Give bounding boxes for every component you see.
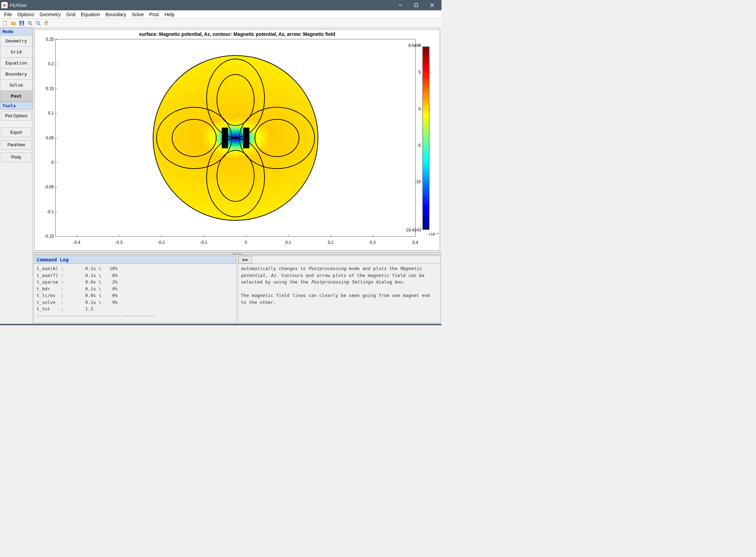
new-file-icon[interactable] — [1, 19, 9, 27]
menu-help[interactable]: Help — [162, 11, 177, 18]
x-tick-label: -0.3 — [115, 240, 122, 245]
open-file-icon[interactable] — [10, 19, 17, 27]
x-tick-label: 0 — [245, 240, 247, 245]
menu-bar: File Options Geometry Grid Equation Boun… — [0, 10, 441, 19]
colorbar-tick: 0 — [418, 107, 423, 111]
y-tick-label: -0.1 — [38, 209, 54, 214]
y-tick-label: 0.2 — [38, 61, 54, 66]
colorbar: 50-5-10 — [422, 47, 429, 230]
zoom-in-icon[interactable] — [26, 19, 34, 27]
mode-post[interactable]: Post — [0, 90, 32, 102]
tool-export[interactable]: Export — [1, 128, 31, 137]
x-tick-label: -0.4 — [73, 240, 80, 245]
y-tick-label: 0.25 — [38, 37, 54, 42]
x-tick-label: 0.2 — [328, 240, 334, 245]
menu-file[interactable]: File — [1, 11, 15, 18]
vertical-splitter[interactable] — [33, 252, 441, 255]
sidebar: Mode Geometry Grid Equation Boundary Sol… — [0, 28, 33, 324]
sidebar-tools-header: Tools — [0, 102, 32, 110]
svg-rect-6 — [20, 23, 23, 25]
svg-rect-1 — [415, 4, 418, 7]
pan-icon[interactable] — [43, 19, 50, 27]
colorbar-tick: 5 — [418, 70, 423, 75]
app-icon: ⧉ — [1, 2, 8, 8]
menu-geometry[interactable]: Geometry — [37, 11, 63, 18]
command-log-body[interactable]: t_asm(A) : 0.1s \ 10% t_asm(f) : 0.1s \ … — [34, 264, 236, 323]
x-tick-label: -0.1 — [200, 240, 207, 245]
colorbar-max: 8.5498 — [408, 43, 421, 48]
colorbar-tick: -10 — [415, 179, 423, 184]
plot-visualization — [153, 55, 318, 221]
menu-boundary[interactable]: Boundary — [103, 11, 129, 18]
command-log-panel: Command Log t_asm(A) : 0.1s \ 10% t_asm(… — [33, 256, 237, 323]
close-button[interactable] — [424, 0, 440, 10]
colorbar-exponent: ×10⁻⁹ — [428, 232, 438, 237]
svg-line-9 — [31, 24, 32, 25]
plot-title: surface: Magnetic potential, Az, contour… — [34, 31, 440, 37]
y-tick-label: -0.05 — [38, 185, 54, 189]
menu-solve[interactable]: Solve — [129, 11, 147, 18]
tool-plotly[interactable]: Plotly — [1, 152, 31, 162]
window-title: FEATool — [10, 3, 392, 8]
svg-line-13 — [39, 24, 41, 25]
mode-solve[interactable]: Solve — [0, 79, 32, 91]
save-file-icon[interactable] — [18, 19, 26, 27]
tool-paraview[interactable]: ParaView — [1, 140, 31, 150]
menu-grid[interactable]: Grid — [63, 11, 78, 18]
svg-rect-7 — [21, 21, 23, 23]
maximize-button[interactable] — [408, 0, 424, 10]
menu-equation[interactable]: Equation — [78, 11, 103, 18]
help-body[interactable]: automatically changes to Postprocessing … — [238, 264, 441, 323]
y-tick-label: 0.1 — [38, 111, 54, 116]
command-log-header: Command Log — [34, 256, 236, 264]
y-tick-label: -0.15 — [38, 234, 54, 239]
mode-boundary[interactable]: Boundary — [0, 68, 32, 80]
mode-geometry[interactable]: Geometry — [0, 35, 32, 47]
toolbar — [0, 19, 441, 28]
tool-plot-options[interactable]: Plot Options — [1, 111, 31, 121]
plot-area[interactable]: surface: Magnetic potential, Az, contour… — [33, 28, 441, 252]
plot-axes[interactable]: 0.250.20.150.10.050-0.05-0.1-0.15-0.4-0.… — [55, 39, 416, 237]
prompt-label[interactable]: >> — [238, 256, 252, 263]
menu-post[interactable]: Post — [147, 11, 162, 18]
title-bar: ⧉ FEATool — [0, 0, 441, 10]
y-tick-label: 0.05 — [38, 136, 54, 140]
y-tick-label: 0 — [38, 160, 54, 165]
mode-grid[interactable]: Grid — [0, 46, 32, 58]
mode-equation[interactable]: Equation — [0, 57, 32, 69]
menu-options[interactable]: Options — [15, 11, 37, 18]
x-tick-label: 0.4 — [412, 240, 418, 245]
help-panel: >> automatically changes to Postprocessi… — [238, 256, 441, 323]
x-tick-label: -0.2 — [158, 240, 165, 245]
x-tick-label: 0.1 — [285, 240, 291, 245]
minimize-button[interactable] — [392, 0, 408, 10]
colorbar-tick: -5 — [417, 143, 423, 148]
sidebar-mode-header: Mode — [0, 28, 32, 36]
zoom-out-icon[interactable] — [34, 19, 42, 27]
colorbar-min: -16.4243 — [405, 228, 421, 232]
y-tick-label: 0.15 — [38, 86, 54, 91]
x-tick-label: 0.3 — [370, 240, 376, 245]
